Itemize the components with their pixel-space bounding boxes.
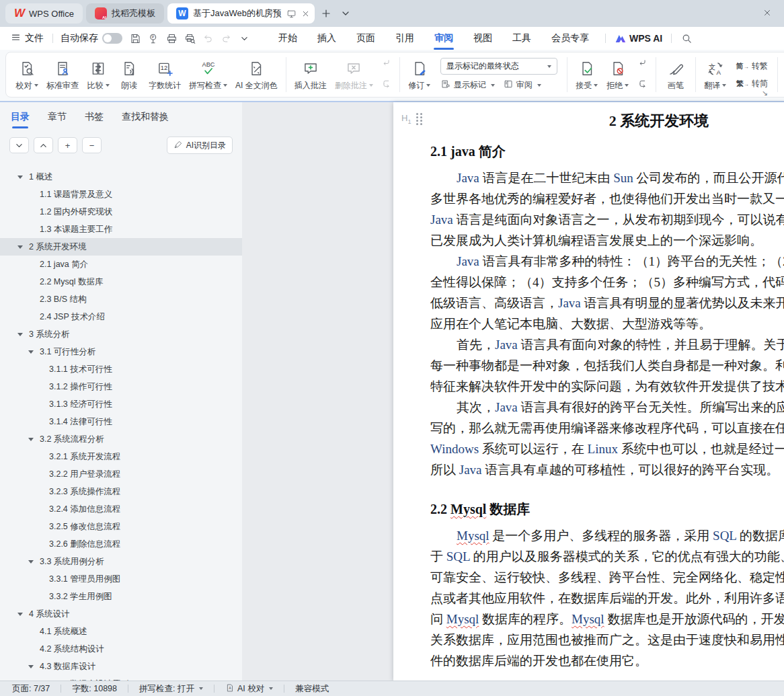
ai-polish-button[interactable]: AI 全文润色 [231, 56, 282, 94]
toc-item[interactable]: 3.2.6 删除信息流程 [0, 535, 242, 553]
menu-item-4[interactable]: 审阅 [424, 27, 463, 50]
toc-item[interactable]: 3.2.1 系统开发流程 [0, 448, 242, 465]
previous-change-icon[interactable] [637, 58, 648, 72]
read-aloud-button[interactable]: 朗读 [114, 56, 145, 94]
toc-item[interactable]: 2.1 java 简介 [0, 256, 242, 273]
ribbon-expand-icon[interactable]: ↘ [762, 89, 768, 98]
toc-item[interactable]: 3 系统分析 [0, 325, 242, 343]
toc-item[interactable]: 3.3.1 管理员用例图 [0, 570, 242, 588]
export-pdf-button[interactable]: P [145, 30, 163, 46]
tab-docer-templates[interactable]: 找稻壳模板 [86, 3, 164, 24]
toc-item[interactable]: 2.4 JSP 技术介绍 [0, 308, 242, 325]
toc-item[interactable]: 4.1 系统概述 [0, 623, 242, 640]
show-markup-button[interactable]: 显示标记 [440, 79, 495, 91]
demote-heading-button[interactable]: − [82, 137, 102, 153]
page-indicator[interactable]: 页面: 7/37 [9, 683, 52, 695]
toc-item[interactable]: 4 系统设计 [0, 605, 242, 623]
toc-item[interactable]: 2 系统开发环境 [0, 238, 242, 256]
menu-item-5[interactable]: 视图 [463, 27, 502, 50]
next-change-icon[interactable] [637, 78, 648, 92]
menu-item-3[interactable]: 引用 [385, 27, 424, 50]
toc-item[interactable]: 1.3 本课题主要工作 [0, 221, 242, 238]
toc-item[interactable]: 4.3.1 数据库设计原则 [0, 675, 242, 681]
tab-wps-office[interactable]: W WPS Office [5, 3, 83, 24]
accept-change-button[interactable]: 接受 [572, 56, 602, 94]
close-icon[interactable] [301, 9, 310, 18]
translate-button[interactable]: 文A 翻译 [700, 56, 731, 94]
toc-item[interactable]: 3.2.2 用户登录流程 [0, 465, 242, 483]
proofread-button[interactable]: 校对 [11, 56, 42, 94]
toc-item[interactable]: 3.2 系统流程分析 [0, 430, 242, 448]
toc-collapse-arrow-icon[interactable] [28, 665, 34, 668]
ai-recognize-toc-button[interactable]: AI识别目录 [167, 137, 233, 154]
expand-all-button[interactable] [9, 137, 29, 153]
new-tab-button[interactable] [318, 5, 334, 22]
menu-item-1[interactable]: 插入 [307, 27, 346, 50]
print-button[interactable] [163, 30, 181, 46]
spell-check-status[interactable]: 拼写检查: 打开 [136, 683, 206, 695]
search-icon[interactable] [678, 30, 696, 46]
toc-collapse-arrow-icon[interactable] [28, 438, 34, 441]
toc-item[interactable]: 1.2 国内外研究现状 [0, 203, 242, 221]
toc-item[interactable]: 3.2.4 添加信息流程 [0, 500, 242, 518]
word-count-button[interactable]: 12 字数统计 [145, 56, 185, 94]
toc-item[interactable]: 2.3 B/S 结构 [0, 291, 242, 308]
document-page[interactable]: H1 2 系统开发环境 2.1 java 简介Java 语言是在二十世纪末由 S… [393, 102, 784, 681]
ai-proofread-status[interactable]: A AI 校对 [223, 683, 276, 695]
pen-button[interactable]: 画笔 [660, 56, 691, 94]
sidebar-tab-1[interactable]: 章节 [48, 102, 67, 132]
toc-item[interactable]: 3.1.1 技术可行性 [0, 360, 242, 378]
toc-collapse-arrow-icon[interactable] [17, 613, 23, 616]
menu-item-0[interactable]: 开始 [268, 27, 307, 50]
review-pane-button[interactable]: 审阅 [503, 79, 541, 91]
file-menu-button[interactable]: 文件 [8, 32, 46, 44]
toc-item[interactable]: 4.2 系统结构设计 [0, 640, 242, 658]
tab-list-chevron-icon[interactable] [338, 5, 354, 22]
word-count-indicator[interactable]: 字数: 10898 [69, 683, 120, 695]
monitor-icon[interactable] [286, 9, 297, 19]
spell-check-button[interactable]: ABC 拼写检查 [185, 56, 231, 94]
print-preview-button[interactable] [181, 30, 199, 46]
toc-collapse-arrow-icon[interactable] [28, 350, 34, 354]
wps-ai-button[interactable]: WPS AI [612, 33, 665, 44]
save-button[interactable] [126, 30, 145, 46]
sidebar-tab-2[interactable]: 书签 [85, 102, 104, 132]
menu-item-6[interactable]: 工具 [502, 27, 541, 50]
reject-change-button[interactable]: 拒绝 [602, 56, 633, 94]
toc-collapse-arrow-icon[interactable] [17, 176, 23, 179]
toc-item[interactable]: 3.3.2 学生用例图 [0, 588, 242, 605]
toc-item[interactable]: 3.3 系统用例分析 [0, 553, 242, 570]
compare-button[interactable]: 比较 [83, 56, 114, 94]
toc-item[interactable]: 4.3 数据库设计 [0, 658, 242, 675]
sidebar-tab-3[interactable]: 查找和替换 [122, 102, 169, 132]
toc-collapse-arrow-icon[interactable] [17, 333, 23, 336]
traditional-to-simplified-button[interactable]: 繁→ 转简 [736, 78, 768, 89]
menu-item-2[interactable]: 页面 [346, 27, 385, 50]
track-changes-button[interactable]: 修订 [404, 56, 435, 94]
toc-item[interactable]: 1.1 课题背景及意义 [0, 186, 242, 203]
simplified-to-traditional-button[interactable]: 简→ 转繁 [736, 61, 768, 72]
collapse-all-button[interactable] [34, 137, 53, 153]
toc-item[interactable]: 3.1.3 经济可行性 [0, 395, 242, 413]
more-chevron-icon[interactable] [235, 30, 253, 46]
toc-item[interactable]: 1 概述 [0, 168, 242, 186]
sidebar-close-icon[interactable] [762, 8, 772, 20]
sidebar-tab-0[interactable]: 目录 [11, 102, 30, 132]
standard-review-button[interactable]: 标准审查 [42, 56, 83, 94]
toc-item[interactable]: 3.1.2 操作可行性 [0, 378, 242, 395]
toc-item[interactable]: 3.2.3 系统操作流程 [0, 483, 242, 500]
toc-item[interactable]: 3.2.5 修改信息流程 [0, 518, 242, 535]
tab-document-active[interactable]: W 基于JavaWeb的机房预约管理 [167, 3, 315, 24]
menu-item-7[interactable]: 会员专享 [541, 27, 599, 50]
promote-heading-button[interactable]: + [58, 137, 77, 153]
markup-state-dropdown[interactable]: 显示标记的最终状态 [440, 58, 557, 75]
toc-collapse-arrow-icon[interactable] [17, 245, 23, 249]
toc-item[interactable]: 3.1.4 法律可行性 [0, 413, 242, 430]
insert-comment-button[interactable]: 插入批注 [290, 56, 331, 94]
toc-collapse-arrow-icon[interactable] [28, 560, 34, 564]
toc-item[interactable]: 3.1 可行性分析 [0, 343, 242, 360]
heading-level-badge[interactable]: H1 [401, 113, 422, 125]
drag-handle-dots-icon[interactable] [416, 113, 422, 125]
toc-item[interactable]: 2.2 Mysql 数据库 [0, 273, 242, 291]
autosave-toggle[interactable] [102, 33, 122, 44]
